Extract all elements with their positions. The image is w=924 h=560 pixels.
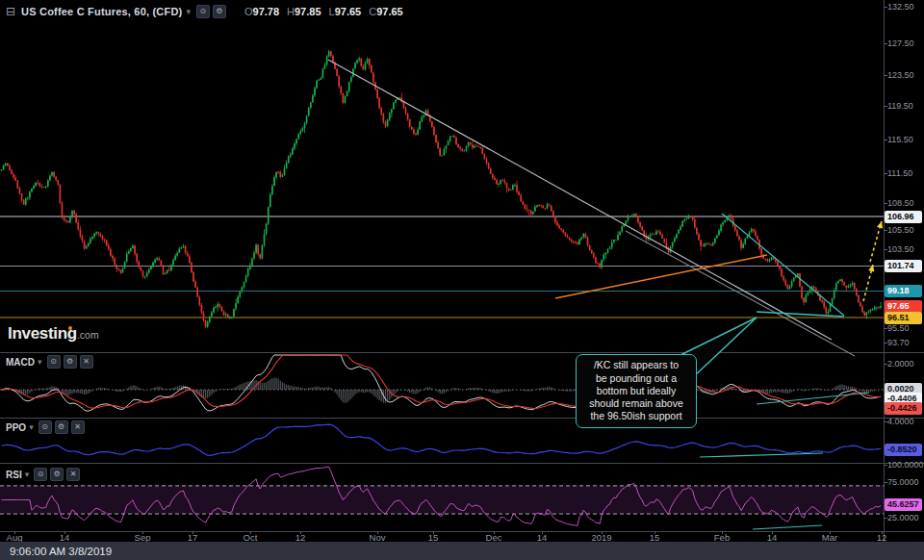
axis-value-badge: 99.18: [885, 285, 922, 297]
axis-value-badge: 96.51: [885, 312, 922, 324]
ascending-orange: [555, 255, 767, 298]
ohlc-letter: O: [244, 6, 253, 17]
settings-gear-icon[interactable]: ⚙: [213, 5, 226, 18]
axis-tick-label: 95.50: [887, 323, 910, 333]
axis-tick-label: 127.50: [887, 38, 914, 48]
macd-plot: [0, 355, 884, 411]
close-icon[interactable]: ✕: [66, 468, 80, 481]
pane-header-ppo: PPO▾⊙⚙✕: [6, 420, 88, 434]
close-icon[interactable]: ✕: [71, 420, 85, 434]
axis-tick-label: 25.0000: [887, 513, 919, 522]
ohlc-readout: O97.78H97.85L97.65C97.65: [237, 6, 403, 17]
rsi-plot: [0, 467, 884, 525]
symbol-title[interactable]: US Coffee C Futures, 60, (CFD): [21, 6, 182, 17]
macd-teal-support: [757, 393, 869, 404]
indicator-title-ppo[interactable]: PPO: [6, 422, 26, 433]
annotation-line: /KC still appears to: [577, 359, 696, 371]
indicator-dropdown-caret[interactable]: ▾: [38, 357, 42, 367]
pane-header-rsi: RSI▾⊙⚙✕: [6, 468, 83, 481]
visibility-icon[interactable]: ⊙: [196, 5, 210, 18]
axis-value-badge: -0.8520: [885, 444, 922, 456]
axis-tick-label: 100.0000: [887, 460, 924, 470]
axis-value-badge: 97.65: [885, 300, 922, 313]
ohlc-value: 97.85: [295, 6, 321, 17]
close-icon[interactable]: ✕: [80, 355, 93, 369]
axis-value-badge: 45.6257: [885, 498, 922, 511]
brand-orange-dot-icon: [68, 326, 72, 330]
axis-tick-label: 103.50: [887, 244, 914, 254]
axis-value-badge: 106.96: [885, 211, 922, 223]
annotation-line: the 96.50ish support: [577, 410, 696, 422]
visibility-icon[interactable]: ⊙: [47, 355, 61, 369]
projection-arrows[interactable]: [863, 221, 883, 301]
collapse-pane-icon[interactable]: ⊟: [6, 5, 15, 18]
axis-tick-label: 4.0000: [887, 417, 914, 426]
ohlc-value: 97.65: [335, 6, 362, 17]
indicator-title-rsi[interactable]: RSI: [6, 470, 22, 480]
brand-domain-text: .com: [77, 329, 99, 341]
annotation-line: bottom but ideally: [577, 385, 696, 397]
axis-value-badge: -0.4426: [885, 402, 922, 415]
ohlc-value: 97.65: [376, 6, 403, 17]
annotation-line: be pounding out a: [577, 372, 696, 385]
axis-tick-label: 75.0000: [887, 477, 919, 487]
pane-header-macd: MACD▾⊙⚙✕: [6, 355, 96, 369]
axis-tick-label: 132.50: [887, 2, 914, 12]
ohlc-letter: C: [369, 6, 376, 17]
ohlc-value: 97.78: [253, 6, 280, 17]
investing-watermark: Investing.com: [8, 324, 99, 344]
axis-tick-label: 108.50: [887, 198, 914, 208]
candlestick-series[interactable]: [1, 50, 882, 329]
trading-chart-app: ⊟ US Coffee C Futures, 60, (CFD) ▾ ⊙ ⚙ O…: [0, 0, 924, 560]
ohlc-letter: H: [287, 6, 295, 17]
ppo-teal-support: [700, 453, 823, 457]
indicator-dropdown-caret[interactable]: ▾: [29, 422, 34, 432]
flat-teal-support: [757, 312, 844, 317]
trendline-drawings[interactable]: [328, 60, 869, 529]
visibility-icon[interactable]: ⊙: [38, 420, 52, 434]
symbol-dropdown-caret[interactable]: ▾: [186, 7, 191, 16]
axis-value-badge: 101.74: [885, 260, 922, 272]
settings-gear-icon[interactable]: ⚙: [64, 355, 77, 369]
axis-tick-label: 115.50: [887, 135, 913, 144]
visibility-icon[interactable]: ⊙: [34, 468, 47, 481]
indicator-title-macd[interactable]: MACD: [6, 357, 35, 368]
ppo-plot: [2, 424, 882, 455]
annotation-note[interactable]: /KC still appears tobe pounding out abot…: [576, 354, 697, 428]
axis-tick-label: 105.50: [887, 225, 914, 235]
axis-tick-label: 119.50: [887, 101, 913, 111]
descending-gray: [626, 231, 855, 356]
chart-canvas[interactable]: [0, 0, 924, 560]
chart-legend: ⊟ US Coffee C Futures, 60, (CFD) ▾ ⊙ ⚙ O…: [6, 4, 403, 19]
rsi-teal-support: [753, 525, 822, 529]
settings-gear-icon[interactable]: ⚙: [50, 468, 64, 481]
descending-teal-feb: [722, 214, 844, 316]
annotation-line: should remain above: [577, 397, 696, 410]
indicator-dropdown-caret[interactable]: ▾: [25, 470, 30, 479]
panel-separators: [0, 0, 924, 542]
descending-white-long: [328, 60, 832, 340]
axis-tick-label: 2.0000: [887, 359, 914, 369]
settings-gear-icon[interactable]: ⚙: [55, 420, 68, 434]
axis-tick-label: 93.70: [887, 338, 910, 347]
axis-tick-label: 123.50: [887, 70, 914, 80]
brand-text: Investing: [8, 324, 77, 343]
status-bar: 9:06:00 AM 3/8/2019: [0, 542, 924, 560]
axis-tick-label: 111.50: [887, 168, 912, 178]
status-datetime: 9:06:00 AM 3/8/2019: [10, 546, 112, 557]
